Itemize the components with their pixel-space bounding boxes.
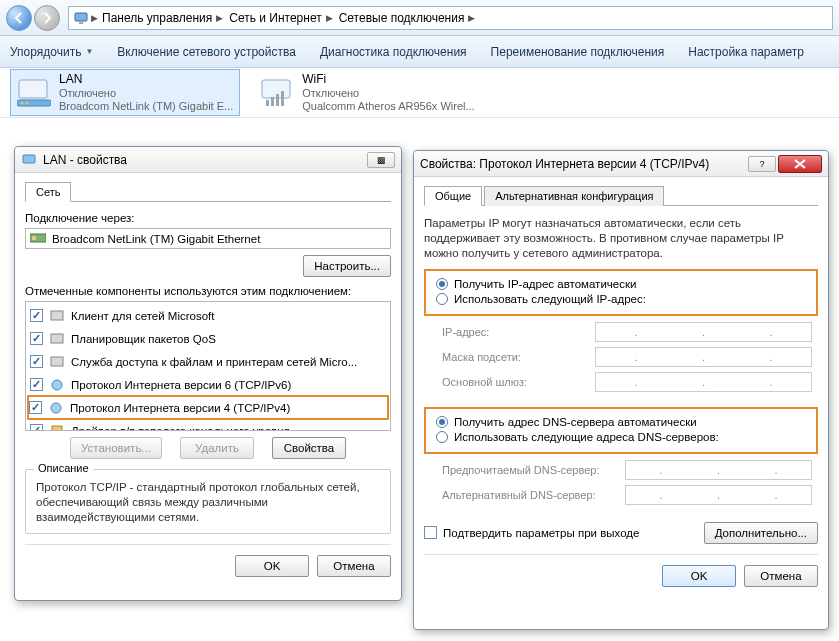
btn-label: Свойства [284, 442, 335, 454]
checkbox[interactable] [30, 355, 43, 368]
chevron-right-icon: ▶ [468, 13, 475, 23]
ok-button[interactable]: OK [662, 565, 736, 587]
arrow-right-icon [41, 12, 53, 24]
cmd-label: Настройка параметр [688, 45, 804, 59]
checkbox[interactable] [29, 401, 42, 414]
radio-ip-manual[interactable]: Использовать следующий IP-адрес: [436, 293, 810, 305]
install-button[interactable]: Установить... [70, 437, 162, 459]
cmd-rename[interactable]: Переименование подключения [491, 45, 665, 59]
cmd-enable-device[interactable]: Включение сетевого устройства [117, 45, 296, 59]
breadcrumb[interactable]: Сетевые подключения ▶ [337, 11, 478, 25]
svg-point-18 [51, 403, 61, 413]
cmd-organize[interactable]: Упорядочить ▼ [10, 45, 93, 59]
radio-ip-auto[interactable]: Получить IP-адрес автоматически [436, 278, 810, 290]
nav-back-button[interactable] [6, 5, 32, 31]
cmd-label: Диагностика подключения [320, 45, 467, 59]
ipv4-properties-dialog: Свойства: Протокол Интернета версии 4 (T… [413, 150, 829, 630]
svg-rect-8 [271, 97, 274, 106]
adapter-name: Broadcom NetLink (TM) Gigabit Ethernet [52, 233, 260, 245]
tab-general[interactable]: Общие [424, 186, 482, 206]
properties-button[interactable]: Свойства [272, 437, 346, 459]
component-label: Протокол Интернета версии 4 (TCP/IPv4) [70, 402, 290, 414]
dialog-titlebar[interactable]: LAN - свойства ▩ [15, 147, 401, 173]
address-bar[interactable]: ▶ Панель управления ▶ Сеть и Интернет ▶ … [68, 6, 833, 30]
connection-name: WiFi [302, 72, 474, 86]
breadcrumb[interactable]: Панель управления ▶ [100, 11, 225, 25]
advanced-button[interactable]: Дополнительно... [704, 522, 818, 544]
help-button[interactable]: ? [748, 156, 776, 172]
subnet-mask-input: ... [595, 347, 812, 367]
nic-icon [30, 231, 46, 247]
list-item[interactable]: Протокол Интернета версии 6 (TCP/IPv6) [28, 373, 388, 396]
tab-alternative[interactable]: Альтернативная конфигурация [484, 186, 664, 206]
tab-label: Сеть [36, 186, 60, 198]
svg-point-4 [21, 101, 24, 104]
cmd-diagnose[interactable]: Диагностика подключения [320, 45, 467, 59]
svg-rect-0 [75, 13, 87, 21]
list-item[interactable]: Планировщик пакетов QoS [28, 327, 388, 350]
svg-point-5 [26, 101, 29, 104]
cancel-button[interactable]: Отмена [744, 565, 818, 587]
cmd-settings[interactable]: Настройка параметр [688, 45, 804, 59]
breadcrumb[interactable]: Сеть и Интернет ▶ [227, 11, 334, 25]
svg-rect-15 [51, 334, 63, 343]
checkbox[interactable] [30, 378, 43, 391]
remove-button[interactable]: Удалить [180, 437, 254, 459]
component-label: Протокол Интернета версии 6 (TCP/IPv6) [71, 379, 291, 391]
svg-rect-9 [276, 94, 279, 106]
description-label: Описание [34, 462, 93, 474]
intro-text: Параметры IP могут назначаться автоматич… [424, 216, 818, 261]
cmd-label: Переименование подключения [491, 45, 665, 59]
svg-rect-7 [266, 100, 269, 106]
dns-preferred-label: Предпочитаемый DNS-сервер: [442, 464, 617, 476]
svg-rect-16 [51, 357, 63, 366]
checkbox[interactable] [30, 424, 43, 431]
dialog-title: Свойства: Протокол Интернета версии 4 (T… [420, 157, 709, 171]
connection-item-wifi[interactable]: WiFi Отключено Qualcomm Atheros AR956x W… [254, 70, 480, 115]
component-label: Планировщик пакетов QoS [71, 333, 216, 345]
btn-label: Отмена [760, 570, 801, 582]
close-icon [794, 159, 806, 169]
ok-button[interactable]: OK [235, 555, 309, 577]
list-item[interactable]: Драйвер в/в тополога канального уровня [28, 419, 388, 431]
dialog-titlebar[interactable]: Свойства: Протокол Интернета версии 4 (T… [414, 151, 828, 177]
arrow-left-icon [13, 12, 25, 24]
radio-dns-manual[interactable]: Использовать следующие адреса DNS-сервер… [436, 431, 810, 443]
radio-label: Получить адрес DNS-сервера автоматически [454, 416, 697, 428]
tab-network[interactable]: Сеть [25, 182, 71, 202]
gateway-label: Основной шлюз: [442, 376, 587, 388]
help-button[interactable]: ▩ [367, 152, 395, 168]
configure-button[interactable]: Настроить... [303, 255, 391, 277]
component-label: Драйвер в/в тополога канального уровня [71, 425, 290, 432]
lan-properties-dialog: LAN - свойства ▩ Сеть Подключение через:… [14, 146, 402, 601]
connection-item-lan[interactable]: LAN Отключено Broadcom NetLink (TM) Giga… [10, 69, 240, 116]
components-list[interactable]: Клиент для сетей Microsoft Планировщик п… [25, 301, 391, 431]
chevron-down-icon: ▼ [85, 47, 93, 56]
svg-rect-11 [23, 155, 35, 163]
checkbox[interactable] [30, 332, 43, 345]
close-button[interactable] [778, 155, 822, 173]
cmd-label: Включение сетевого устройства [117, 45, 296, 59]
component-label: Клиент для сетей Microsoft [71, 310, 214, 322]
validate-checkbox[interactable]: Подтвердить параметры при выходе [424, 526, 639, 539]
btn-label: OK [264, 560, 281, 572]
list-item-ipv4[interactable]: Протокол Интернета версии 4 (TCP/IPv4) [27, 395, 389, 420]
checkbox[interactable] [30, 309, 43, 322]
nav-forward-button[interactable] [34, 5, 60, 31]
list-item[interactable]: Клиент для сетей Microsoft [28, 304, 388, 327]
svg-rect-14 [51, 311, 63, 320]
dns-mode-highlight: Получить адрес DNS-сервера автоматически… [424, 407, 818, 454]
radio-dns-auto[interactable]: Получить адрес DNS-сервера автоматически [436, 416, 810, 428]
btn-label: Удалить [195, 442, 239, 454]
wifi-icon [260, 76, 294, 110]
svg-rect-10 [281, 91, 284, 106]
connection-status: Отключено [302, 87, 474, 100]
protocol-icon [49, 377, 65, 393]
ip-address-input: ... [595, 322, 812, 342]
tab-label: Альтернативная конфигурация [495, 190, 653, 202]
description-text: Протокол TCP/IP - стандартный протокол г… [36, 480, 380, 525]
dns-alt-input: ... [625, 485, 812, 505]
cancel-button[interactable]: Отмена [317, 555, 391, 577]
btn-label: OK [691, 570, 708, 582]
list-item[interactable]: Служба доступа к файлам и принтерам сете… [28, 350, 388, 373]
